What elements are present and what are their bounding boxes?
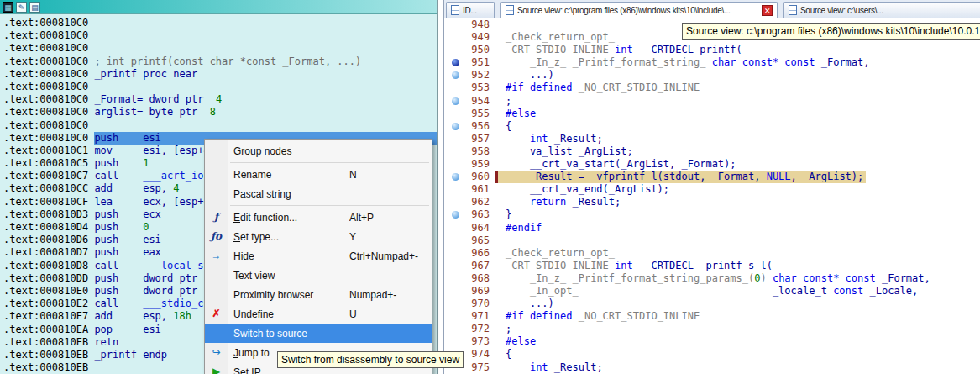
line-number: 965: [466, 234, 495, 247]
line-number: 962: [466, 196, 495, 208]
view-icon[interactable]: ▤: [29, 2, 40, 13]
source-line[interactable]: 967_CRT_STDIO_INLINE int __CRTDECL _prin…: [444, 260, 980, 272]
menu-item-edit-function[interactable]: ƒEdit function...Alt+P: [205, 208, 432, 227]
source-line[interactable]: 973#else: [444, 335, 980, 348]
source-line[interactable]: 954;: [444, 95, 980, 108]
disasm-line[interactable]: .text:000810C0: [3, 81, 437, 93]
disasm-address: .text:000810C0: [3, 132, 94, 145]
undefine-icon: ✗: [205, 304, 228, 324]
menu-item-hide[interactable]: →HideCtrl+Numpad+-: [205, 246, 432, 266]
menu-shortcut: Numpad+-: [349, 289, 396, 301]
source-line[interactable]: 952 ...): [444, 69, 980, 82]
document-icon: [789, 5, 797, 15]
source-line[interactable]: 950_CRT_STDIO_INLINE int __CRTDECL print…: [444, 44, 980, 56]
menu-item-label: Jump to: [228, 347, 270, 359]
disasm-address: .text:000810E7: [3, 310, 94, 323]
source-line[interactable]: 955#else: [444, 108, 980, 120]
menu-shortcut: Y: [349, 231, 356, 243]
edit-pencil-icon[interactable]: ✎: [16, 2, 27, 13]
menu-item-label: Switch to source: [228, 328, 307, 340]
source-line[interactable]: 964#endif: [444, 222, 980, 234]
source-line[interactable]: 968 _In_z_ _Printf_format_string_params_…: [444, 272, 980, 285]
source-line[interactable]: 974{: [444, 348, 980, 361]
menu-item-text-view[interactable]: Text view: [205, 266, 432, 285]
source-view[interactable]: 948949_Check_return_opt_950_CRT_STDIO_IN…: [444, 18, 980, 374]
disasm-address: .text:000810C0: [3, 106, 94, 119]
menu-shortcut: Ctrl+Numpad+-: [349, 250, 418, 262]
set-type-icon: ƒo: [205, 227, 228, 246]
menu-item-label: Proximity browser: [228, 289, 313, 301]
source-line[interactable]: 959 __crt_va_start(_ArgList, _Format);: [444, 158, 980, 171]
menu-item-label: Set type...: [228, 231, 279, 243]
line-number: 974: [466, 348, 495, 361]
source-line[interactable]: 961 __crt_va_end(_ArgList);: [444, 183, 980, 196]
disasm-address: .text:000810C0: [3, 17, 94, 29]
line-number: 964: [466, 222, 495, 234]
menu-item-group-nodes[interactable]: Group nodes: [205, 141, 432, 161]
source-line[interactable]: 965: [444, 234, 980, 247]
menu-item-undefine[interactable]: ✗UndefineU: [205, 304, 432, 324]
disasm-address: .text:000810EB: [3, 361, 94, 374]
close-tab-icon[interactable]: ✕: [762, 5, 773, 16]
address-dot: [444, 173, 466, 181]
line-number: 963: [466, 208, 495, 221]
address-dot: [444, 71, 466, 79]
document-icon: [451, 5, 459, 15]
line-number: 966: [466, 247, 495, 260]
disasm-line[interactable]: .text:000810C0: [3, 17, 437, 29]
disasm-address: .text:000810C0: [3, 29, 94, 42]
source-line[interactable]: 975 int _Result;: [444, 361, 980, 374]
line-number: 958: [466, 145, 495, 158]
disasm-address: .text:000810C0: [3, 93, 94, 106]
source-line[interactable]: 958 va_list _ArgList;: [444, 145, 980, 158]
line-number: 949: [466, 31, 495, 44]
address-dot: [444, 211, 466, 219]
disasm-address: .text:000810D4: [3, 221, 94, 234]
tab-source-view-include[interactable]: Source view: c:\program files (x86)\wind…: [500, 2, 778, 18]
source-pane: ID...Source view: c:\program files (x86)…: [443, 0, 980, 374]
menu-item-rename[interactable]: RenameN: [205, 165, 432, 184]
menu-item-label: Hide: [228, 250, 254, 262]
app-icon: ▦: [3, 2, 13, 13]
source-line[interactable]: 951 _In_z_ _Printf_format_string_ char c…: [444, 56, 980, 69]
line-number: 955: [466, 108, 495, 120]
source-line[interactable]: 953#if defined _NO_CRT_STDIO_INLINE: [444, 82, 980, 94]
line-number: 951: [466, 56, 495, 69]
tab-ida-view[interactable]: ID...: [446, 2, 495, 18]
jump-icon: ↪: [205, 343, 228, 362]
disasm-line[interactable]: .text:000810C0 arglist= byte ptr 8: [3, 106, 437, 119]
tab-source-view-users[interactable]: Source view: c:\users\...: [783, 2, 980, 18]
source-line[interactable]: 963}: [444, 208, 980, 221]
disassembly-pane-caption: ▦ ✎ ▤: [0, 0, 437, 14]
disasm-line[interactable]: .text:000810C0: [3, 29, 437, 42]
source-line[interactable]: 969 _In_opt_ _locale_t const _Locale,: [444, 285, 980, 298]
menu-item-set-type[interactable]: ƒoSet type...Y: [205, 227, 432, 246]
tab-path-tooltip: Source view: c:\program files (x86)\wind…: [682, 23, 980, 40]
disasm-address: .text:000810C1: [3, 145, 94, 157]
source-line[interactable]: 956{: [444, 120, 980, 133]
disasm-line[interactable]: .text:000810C0 _printf proc near: [3, 68, 437, 81]
source-line[interactable]: 962 return _Result;: [444, 196, 980, 208]
source-line[interactable]: 957 int _Result;: [444, 133, 980, 145]
menu-item-label: Set IP: [228, 366, 261, 374]
menu-item-proximity-browser[interactable]: Proximity browserNumpad+-: [205, 285, 432, 304]
source-line[interactable]: 970 ...): [444, 298, 980, 310]
tab-label: ID...: [463, 6, 490, 15]
disasm-line[interactable]: .text:000810C0: [3, 42, 437, 55]
source-line[interactable]: 960 _Result = _vfprintf_l(stdout, _Forma…: [444, 171, 980, 183]
disasm-address: .text:000810C0: [3, 81, 94, 93]
disasm-address: .text:000810C0: [3, 42, 94, 55]
disasm-address: .text:000810C0: [3, 119, 94, 132]
disasm-line[interactable]: .text:000810C0: [3, 119, 437, 132]
disasm-line[interactable]: .text:000810C0 ; int printf(const char *…: [3, 55, 437, 68]
menu-item-pascal-string[interactable]: Pascal string: [205, 184, 432, 203]
source-line[interactable]: 972;: [444, 323, 980, 335]
source-line[interactable]: 971#if defined _NO_CRT_STDIO_INLINE: [444, 310, 980, 323]
setip-icon: ▶: [205, 362, 228, 374]
menu-item-switch-to-source[interactable]: Switch to source: [205, 324, 432, 343]
line-number: 956: [466, 120, 495, 133]
disasm-address: .text:000810C7: [3, 170, 94, 182]
disasm-line[interactable]: .text:000810C0 _Format= dword ptr 4: [3, 93, 437, 106]
switch-to-source-tooltip: Switch from disassembly to source view: [277, 351, 464, 368]
source-line[interactable]: 966_Check_return_opt_: [444, 247, 980, 260]
